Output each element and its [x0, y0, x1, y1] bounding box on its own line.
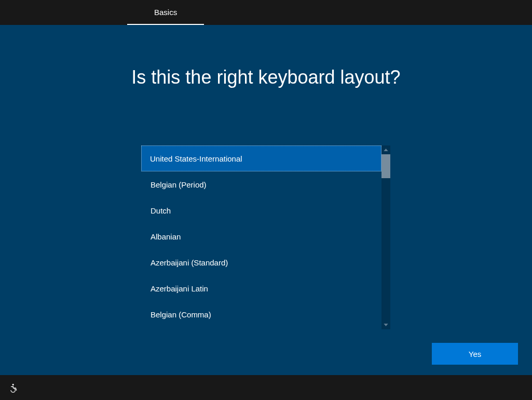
list-item[interactable]: Azerbaijani Latin [141, 275, 381, 301]
keyboard-layout-list[interactable]: United States-InternationalBelgian (Peri… [141, 145, 381, 329]
scroll-down-button[interactable] [381, 321, 390, 329]
top-bar: Basics [0, 0, 532, 25]
svg-point-0 [12, 384, 14, 385]
scrollbar[interactable] [381, 145, 390, 329]
scroll-up-button[interactable] [381, 145, 390, 154]
list-item[interactable]: Dutch [141, 197, 381, 223]
bottom-bar [0, 375, 532, 400]
list-item[interactable]: Albanian [141, 223, 381, 249]
list-item[interactable]: Belgian (Comma) [141, 301, 381, 327]
list-item[interactable]: United States-International [141, 145, 381, 171]
yes-button[interactable]: Yes [432, 343, 518, 365]
list-item[interactable]: Belgian (Period) [141, 171, 381, 197]
tab-wrapper: Basics [127, 8, 204, 25]
scroll-thumb[interactable] [381, 154, 390, 178]
keyboard-layout-list-container: United States-InternationalBelgian (Peri… [141, 145, 390, 329]
tab-basics[interactable]: Basics [127, 8, 204, 25]
accessibility-icon[interactable] [8, 382, 19, 393]
list-item[interactable]: Azerbaijani (Standard) [141, 249, 381, 275]
scroll-track[interactable] [381, 154, 390, 321]
main-area: Is this the right keyboard layout? Unite… [0, 25, 532, 375]
page-title: Is this the right keyboard layout? [0, 66, 532, 88]
